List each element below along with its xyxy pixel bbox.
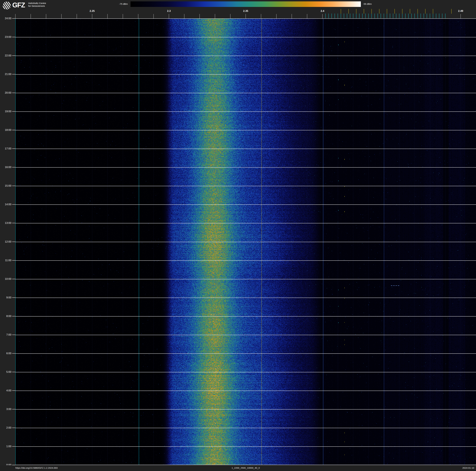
time-tick-label: 9:00: [0, 296, 11, 299]
wifi-channel-tick: [425, 9, 425, 14]
wifi-channel-tick: [348, 9, 349, 14]
ble-channel-tick: [381, 14, 381, 18]
ble-channel-tick: [430, 14, 430, 18]
wifi-channel-tick: [418, 9, 418, 14]
time-tick: [12, 353, 15, 354]
ble-channel-tick: [439, 14, 439, 18]
freq-minor-tick: [215, 14, 215, 18]
time-tick: [12, 186, 15, 186]
time-tick: [12, 204, 15, 205]
wifi-channel-tick: [410, 9, 410, 14]
ble-channel-tick: [384, 14, 384, 18]
wifi-channel-tick: [402, 9, 402, 14]
ble-channel-tick: [433, 14, 433, 18]
colorbar-min-label: -75 dBm: [119, 3, 128, 5]
ble-channel-tick: [328, 14, 329, 18]
freq-minor-tick: [15, 14, 16, 18]
ble-channel-tick: [341, 14, 341, 18]
colorbar: [131, 1, 361, 7]
ble-channel-tick: [347, 14, 347, 18]
spectrogram-heatmap: [15, 18, 476, 465]
time-tick: [12, 93, 15, 93]
wifi-channel-tick: [364, 9, 364, 14]
ble-channel-tick: [427, 14, 427, 18]
time-tick-label: 14:00: [0, 203, 11, 206]
freq-tick-label: 2.25: [89, 10, 95, 13]
ble-channel-tick: [408, 14, 408, 18]
time-tick-label: 6:00: [0, 352, 11, 355]
freq-minor-tick: [77, 14, 77, 18]
time-tick: [12, 130, 15, 130]
brand-subtitle-line2: for Geosciences: [28, 5, 46, 7]
time-tick: [12, 37, 15, 37]
wifi-channel-tick: [387, 9, 387, 14]
freq-minor-tick: [200, 14, 200, 18]
ble-channel-tick: [421, 14, 421, 18]
time-tick: [12, 316, 15, 316]
time-tick: [12, 409, 15, 409]
time-tick-label: 3:00: [0, 408, 11, 411]
time-tick: [12, 260, 15, 261]
time-tick: [12, 148, 15, 149]
ble-channel-tick: [325, 14, 326, 18]
time-tick-label: 2:00: [0, 426, 11, 429]
wifi-channel-tick: [451, 9, 452, 14]
time-tick-label: 7:00: [0, 333, 11, 336]
colorbar-max-label: -55 dBm: [363, 3, 372, 5]
ble-channel-tick: [393, 14, 393, 18]
time-tick-label: 16:00: [0, 166, 11, 169]
gfz-logo-icon: [3, 1, 11, 10]
freq-minor-tick: [153, 14, 154, 18]
time-tick: [12, 465, 15, 465]
ble-channel-tick: [359, 14, 359, 18]
time-tick: [12, 428, 15, 428]
wifi-channel-tick: [433, 9, 433, 14]
ble-channel-tick: [338, 14, 338, 18]
ble-channel-tick: [390, 14, 390, 18]
ble-channel-tick: [418, 14, 418, 18]
time-tick-label: 20:00: [0, 91, 11, 94]
time-tick-label: 8:00: [0, 315, 11, 318]
time-tick: [12, 223, 15, 223]
doi-label: https://doi.org/10.5880/GFZ.1.2.2024.003: [15, 467, 58, 469]
time-tick-label: 17:00: [0, 147, 11, 150]
ble-channel-tick: [405, 14, 406, 18]
ble-channel-tick: [356, 14, 357, 18]
time-tick: [12, 297, 15, 298]
ble-channel-tick: [365, 14, 366, 18]
ble-channel-tick: [374, 14, 375, 18]
time-tick-label: 24:00: [0, 17, 11, 20]
filename-label: 1_2200_2500_10000_40_0: [232, 467, 260, 469]
time-tick-label: 1:00: [0, 445, 11, 448]
time-tick-label: 18:00: [0, 128, 11, 132]
freq-minor-tick: [138, 14, 138, 18]
ble-channel-tick: [368, 14, 369, 18]
brand-subtitle: Helmholtz Centre for Geosciences: [28, 2, 46, 7]
wifi-channel-tick: [379, 9, 379, 14]
time-tick-label: 13:00: [0, 221, 11, 225]
freq-tick-label: 2.3: [167, 10, 171, 13]
freq-minor-tick: [92, 14, 92, 18]
ble-channel-tick: [396, 14, 396, 18]
time-tick: [12, 372, 15, 372]
time-tick: [12, 279, 15, 279]
ble-channel-tick: [378, 14, 378, 18]
freq-minor-tick: [276, 14, 276, 18]
time-tick-label: 23:00: [0, 36, 11, 38]
wifi-channel-tick: [394, 9, 395, 14]
freq-minor-tick: [107, 14, 108, 18]
freq-minor-tick: [184, 14, 184, 18]
ble-channel-tick: [402, 14, 402, 18]
freq-tick-label: 2.4: [321, 10, 324, 13]
ble-channel-tick: [436, 14, 436, 18]
time-tick-label: 15:00: [0, 184, 11, 187]
time-tick: [12, 242, 15, 242]
time-tick: [12, 446, 15, 447]
wifi-channel-tick: [356, 9, 357, 14]
ble-channel-tick: [445, 14, 445, 18]
ble-channel-tick: [362, 14, 362, 18]
ble-channel-tick: [332, 14, 332, 18]
freq-minor-tick: [61, 14, 62, 18]
time-tick-label: 5:00: [0, 370, 11, 374]
time-tick: [12, 335, 15, 335]
